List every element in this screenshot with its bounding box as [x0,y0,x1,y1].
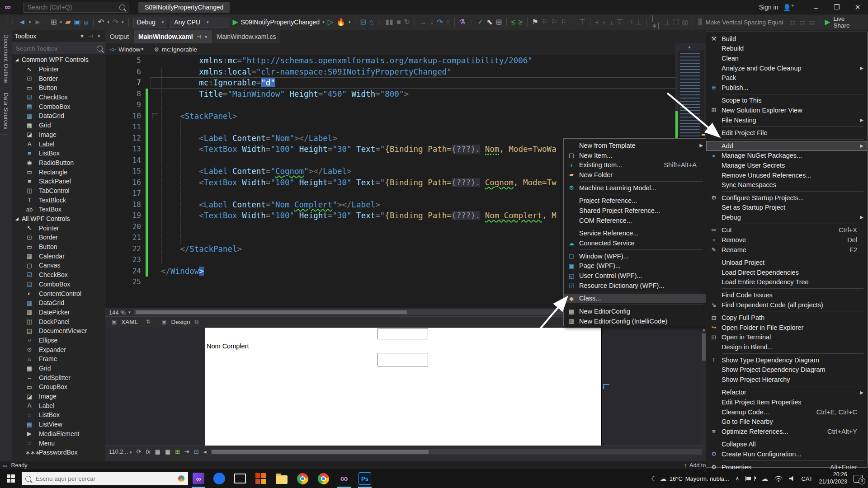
menu-item-scope-to-this[interactable]: Scope to This [706,96,867,106]
toolbox-item-image[interactable]: ◪Image [12,130,105,140]
tab-document-outline[interactable]: Document Outline [0,30,9,88]
menu-item-open-folder-in-file-explorer[interactable]: ↪Open Folder in File Explorer [706,323,867,333]
menu-item-manage-nuget-packages[interactable]: ●Manage NuGet Packages... [706,151,867,161]
live-share-label[interactable]: Live Share [834,15,862,29]
toolbox-item-radiobutton[interactable]: ◉RadioButton [12,158,105,168]
menu-item-load-direct-dependencies[interactable]: Load Direct Dependencies [706,267,867,277]
menu-item-remove-unused-references[interactable]: Remove Unused References... [706,170,867,180]
view-grid-icon[interactable]: ⚏ [789,19,796,26]
align-right-icon[interactable]: ⫠ [609,19,614,26]
toolbox-item-listbox[interactable]: ≡ListBox [12,149,105,158]
menu-item-show-project-dependency-diagram[interactable]: Show Project Dependency Diagram [706,365,867,375]
scroll-left-icon[interactable]: ◂ [203,448,207,455]
menu-item-class[interactable]: ◆Class... [564,294,707,304]
menu-item-show-project-hierarchy[interactable]: Show Project Hierarchy [706,375,867,385]
taskbar-app-photoshop[interactable]: Ps [354,469,375,488]
pin-icon[interactable]: ⊣ [197,34,201,40]
menu-item-add[interactable]: Add▶ [706,141,867,151]
effects-icon[interactable]: fx [146,448,150,455]
taskbar-app-blue-app[interactable] [209,469,230,488]
view-columns-icon[interactable]: ⚍ [809,19,815,26]
toolbox-item-gridsplitter[interactable]: ↔GridSplitter [12,373,105,382]
menu-item-load-entire-dependency-tree[interactable]: Load Entire Dependency Tree [706,277,867,287]
menu-item-window-wpf[interactable]: ▢Window (WPF)... [564,251,707,261]
toolbox-item-label[interactable]: ALabel [12,139,105,149]
menu-item-go-to-file-nearby[interactable]: Go to File Nearby [706,417,867,427]
tab-data-sources[interactable]: Data Sources [0,88,9,135]
zoom-tool-icon[interactable]: ◎ [682,19,688,26]
toolbox-item-datepicker[interactable]: ▦DatePicker [12,308,105,317]
toolbox-item-grid[interactable]: ▦Grid [12,121,105,130]
swap-panes-icon[interactable]: ⇅ [146,319,151,325]
design-textbox-cognom[interactable] [377,328,428,339]
menu-item-existing-item[interactable]: +Existing Item...Shift+Alt+A [564,160,707,170]
toolbox-item-rectangle[interactable]: ▭Rectangle [12,167,105,177]
fold-toggle-icon[interactable]: − [152,113,158,119]
quick-search-box[interactable] [24,2,128,13]
menu-item-build[interactable]: ⚒Build [706,34,867,44]
test-explorer-icon[interactable]: ⚗ [459,19,466,26]
menu-item-new-editorconfig[interactable]: ▤New EditorConfig [564,306,707,316]
step-out-icon[interactable]: ↑ [446,19,450,26]
onedrive-icon[interactable]: ☁ [761,474,768,483]
menu-item-file-nesting[interactable]: File Nesting▶ [706,115,867,125]
indent-decrease-icon[interactable]: ≤ [511,19,515,26]
hot-reload-icon[interactable]: 🔥 [336,19,345,26]
platform-select[interactable]: Any CPU▾ [170,17,229,28]
same-size-icon[interactable]: |∗| [651,15,661,29]
menu-item-rename[interactable]: ✎RenameF2 [706,245,867,255]
toolbox-item-datagrid[interactable]: ▦DataGrid [12,298,105,308]
chevron-down-icon[interactable]: ▼ [140,47,149,52]
menu-item-manage-user-secrets[interactable]: Manage User Secrets [706,160,867,170]
disable-project-code-icon[interactable]: ⊡ [194,448,199,455]
menu-item-find-dependent-code-all-projects[interactable]: ⇘Find Dependent Code (all projects) [706,300,867,310]
navigate-back-icon[interactable]: ◄ [19,19,26,26]
toolbox-item-button[interactable]: ▭Button [12,83,105,93]
toolbox-item-pointer[interactable]: ↖Pointer [12,65,105,74]
tab-mainwindow-xaml[interactable]: MainWindow.xaml ⊣ × [134,30,212,43]
menu-item-page-wpf[interactable]: ▣Page (WPF)... [564,261,707,271]
code-line-6[interactable]: 6 xmlns:local="clr-namespace:S09INotifyP… [105,66,675,78]
design-canvas[interactable]: Nom Complert [205,327,602,446]
toolbox-item-datagrid[interactable]: ▦DataGrid [12,111,105,121]
menu-item-design-in-blend[interactable]: Design in Blend... [706,342,867,352]
design-zoom-select[interactable]: 110,2... ▾ [109,448,132,455]
notification-center-icon[interactable]: 3 [854,475,863,483]
taskbar-app-chrome[interactable] [292,469,313,488]
menu-item-analyze-and-code-cleanup[interactable]: Analyze and Code Cleanup▶ [706,63,867,73]
taskbar-app-file-explorer[interactable] [271,469,292,488]
menu-item-new-editorconfig-intellicode[interactable]: ▥New EditorConfig (IntelliCode) [564,316,707,326]
clock[interactable]: 20:2621/10/2023 [819,471,847,485]
keyboard-language[interactable]: CAT [801,475,812,482]
comment-icon[interactable]: ⊤ [579,19,585,26]
start-without-debugging-icon[interactable]: ▷ [328,19,333,26]
menu-item-com-reference[interactable]: COM Reference... [564,216,707,225]
toolbox-item-textblock[interactable]: TTextBlock [12,195,105,205]
find-in-files-icon[interactable]: ⊟ [360,19,366,26]
taskbar-search-input[interactable] [35,475,175,483]
menu-item-create-run-configuration[interactable]: ⚙Create Run Configuration... [706,449,867,459]
show-grid-icon[interactable]: ▦ [155,448,160,455]
live-share-icon[interactable]: ▶ [825,19,830,26]
task-view-button[interactable] [230,469,250,488]
toolbox-item-tabcontrol[interactable]: ◫TabControl [12,186,105,196]
menu-item-configure-startup-projects[interactable]: ⚙Configure Startup Projects... [706,193,867,203]
toolbox-item-grid[interactable]: ▦Grid [12,364,105,373]
previous-bookmark-icon[interactable]: ⚐ [542,19,548,26]
taskbar-app-chrome-2[interactable] [313,469,334,488]
menu-item-refactor[interactable]: Refactor▶ [706,388,867,398]
toolbox-item-frame[interactable]: ⌂Frame [12,354,105,364]
xaml-pane-tab[interactable]: XAML [121,319,138,325]
close-icon[interactable]: × [95,33,103,39]
design-label-nom-complert[interactable]: Nom Complert [207,343,249,350]
pause-icon[interactable]: ▮▮ [386,19,394,26]
snap-to-snaplines-icon[interactable]: ⇥ [184,448,189,455]
taskbar-app-office[interactable] [250,469,271,488]
menu-item-debug[interactable]: Debug▶ [706,212,867,222]
toolbox-group-all-wpf-controls[interactable]: ◢All WPF Controls [12,214,105,224]
menu-item-new-folder[interactable]: ▰New Folder [564,170,707,180]
align-left-icon[interactable]: ⫞ [595,19,599,26]
toolbox-item-menu[interactable]: ≡Menu [12,438,105,448]
toolbox-item-textbox[interactable]: abTextBox [12,205,105,214]
clear-bookmarks-icon[interactable]: ⚐ [561,19,567,26]
